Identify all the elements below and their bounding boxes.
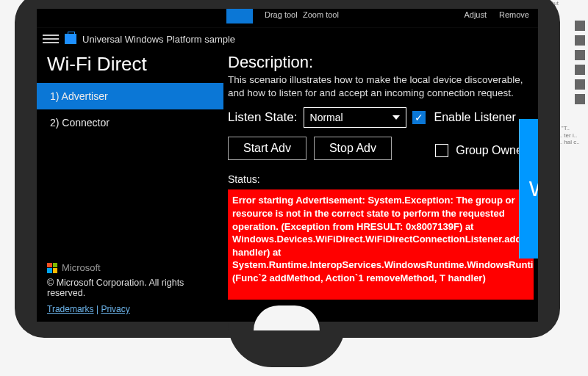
listen-state-select[interactable]: Normal: [304, 107, 406, 128]
listen-state-label: Listen State:: [228, 110, 298, 125]
footer-links: Trademarks | Privacy: [37, 301, 223, 322]
sidebar: Wi-Fi Direct 1) Advertiser 2) Connector …: [37, 50, 223, 322]
emulator-bezel: Drag tool Zoom tool Adjust Remove Univer…: [15, 0, 560, 338]
trademarks-link[interactable]: Trademarks: [47, 304, 94, 314]
privacy-link[interactable]: Privacy: [101, 304, 129, 314]
adjust-button[interactable]: Adjust: [464, 10, 487, 19]
enable-listener-label: Enable Listener: [434, 111, 516, 124]
sidebar-item-connector[interactable]: 2) Connector: [37, 109, 223, 136]
description-heading: Description:: [228, 53, 534, 72]
description-text: This scenario illustrates how to make th…: [228, 73, 534, 100]
tool-label-1[interactable]: Drag tool: [265, 10, 298, 19]
status-error-text: Error starting Advertisement: System.Exc…: [228, 189, 534, 300]
emulator-stand: [228, 323, 345, 367]
tool-label-2[interactable]: Zoom tool: [303, 10, 339, 19]
app-titlebar: Universal Windows Platform sample: [37, 28, 538, 50]
active-tool-indicator: [226, 9, 253, 24]
group-owner-checkbox[interactable]: [435, 144, 448, 157]
emulator-screen: Drag tool Zoom tool Adjust Remove Univer…: [37, 9, 538, 322]
browser-side-icons: [575, 21, 587, 104]
remove-button[interactable]: Remove: [499, 10, 529, 19]
chevron-down-icon: [392, 115, 400, 120]
side-charm-letter: W: [529, 176, 538, 201]
side-charm-panel[interactable]: W: [519, 119, 538, 258]
microsoft-logo-icon: [47, 263, 57, 273]
store-icon: [65, 34, 76, 44]
stop-adv-button[interactable]: Stop Adv: [314, 137, 392, 160]
sidebar-item-advertiser[interactable]: 1) Advertiser: [37, 83, 223, 109]
page-title: Wi-Fi Direct: [37, 50, 223, 83]
enable-listener-checkbox[interactable]: ✓: [412, 111, 426, 124]
app-title: Universal Windows Platform sample: [82, 34, 235, 45]
main-content: Description: This scenario illustrates h…: [223, 50, 538, 322]
listen-state-value: Normal: [310, 112, 343, 123]
microsoft-logo: Microsoft: [37, 262, 223, 275]
microsoft-logo-text: Microsoft: [62, 262, 101, 273]
hamburger-icon[interactable]: [43, 31, 59, 47]
start-adv-button[interactable]: Start Adv: [228, 137, 306, 160]
status-label: Status:: [228, 173, 534, 185]
copyright-text: © Microsoft Corporation. All rights rese…: [37, 275, 223, 301]
emulator-toolbar: Drag tool Zoom tool Adjust Remove: [37, 9, 538, 28]
